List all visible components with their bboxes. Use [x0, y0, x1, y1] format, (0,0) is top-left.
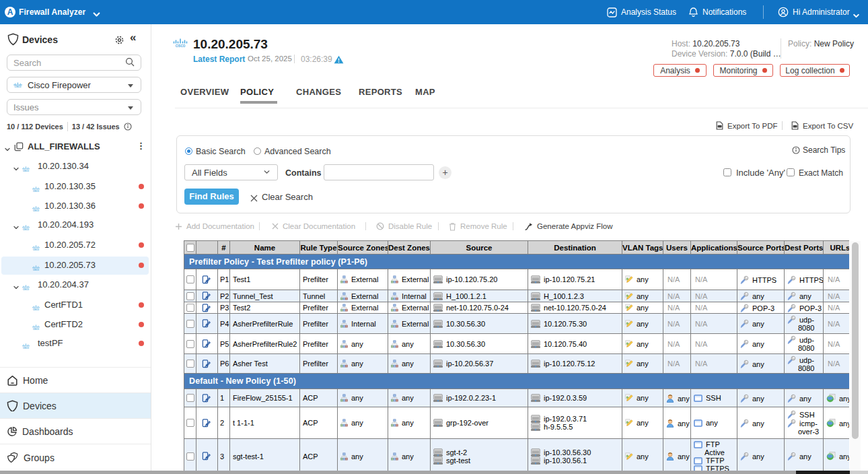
svg-text:CISCO: CISCO	[33, 308, 40, 310]
svg-text:CISCO: CISCO	[33, 269, 40, 271]
svg-text:CISCO: CISCO	[33, 190, 40, 192]
svg-text:CISCO: CISCO	[14, 86, 22, 88]
svg-text:CISCO: CISCO	[23, 288, 30, 290]
svg-text:CISCO: CISCO	[23, 170, 30, 172]
svg-text:CISCO: CISCO	[33, 248, 40, 250]
svg-text:CISCO: CISCO	[23, 228, 30, 230]
svg-text:CISCO: CISCO	[23, 347, 30, 349]
svg-text:CISCO: CISCO	[33, 209, 40, 211]
svg-text:CISCO: CISCO	[176, 44, 186, 48]
svg-text:CISCO: CISCO	[33, 328, 40, 330]
